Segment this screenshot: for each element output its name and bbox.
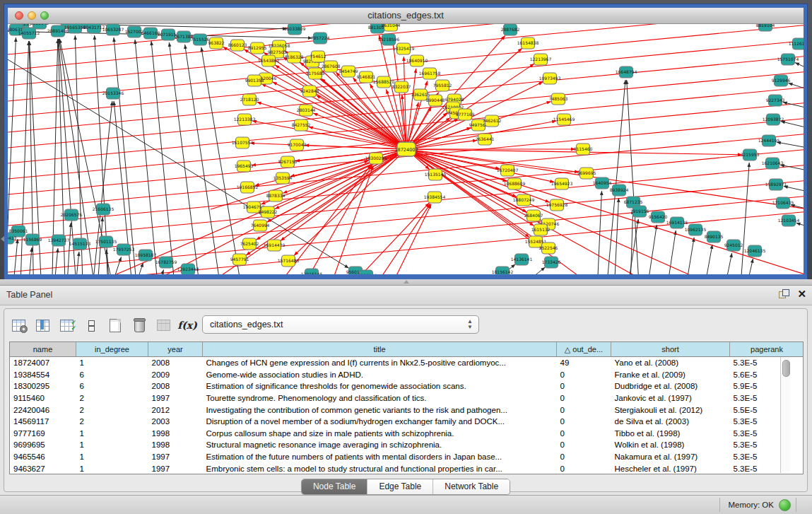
graph-node[interactable]: 13325419 (393, 43, 415, 54)
graph-node[interactable]: 10958187 (135, 250, 157, 261)
table-cell[interactable]: Disruption of a novel member of a sodium… (203, 416, 557, 428)
table-panel-titlebar[interactable]: Table Panel ✕ (0, 286, 812, 305)
graph-node[interactable]: 12046135 (744, 245, 766, 257)
table-cell[interactable]: Tourette syndrome. Phenomenology and cla… (203, 392, 557, 404)
graph-node[interactable]: 9170043 (288, 139, 307, 151)
graph-node[interactable]: 8427552 (292, 119, 311, 131)
graph-node[interactable]: 7640994 (251, 220, 270, 231)
table-cell[interactable]: Estimation of significance thresholds fo… (203, 380, 557, 392)
citation-network-graph[interactable]: 1961235856104212196359135121980631214055… (8, 24, 804, 274)
import-table-button[interactable] (155, 317, 171, 333)
table-cell[interactable]: 5.5E-5 (730, 404, 804, 416)
network-canvas[interactable]: 1961235856104212196359135121980631214055… (8, 24, 804, 274)
table-cell[interactable]: 49 (557, 357, 611, 369)
tab-edge-table[interactable]: Edge Table (367, 479, 433, 494)
table-cell[interactable]: 18724007 (10, 357, 76, 369)
table-row[interactable]: 946362711997Embryonic stem cells: a mode… (10, 462, 804, 474)
table-cell[interactable]: Nakamura et al. (1997) (611, 451, 730, 463)
table-cell[interactable]: 2012 (148, 404, 203, 416)
graph-node[interactable]: 15716485 (278, 255, 300, 267)
graph-node[interactable]: 8878334 (266, 190, 286, 201)
graph-node[interactable]: 18640910 (406, 55, 428, 66)
table-cell[interactable]: 1997 (148, 392, 203, 404)
graph-node[interactable]: 8912955 (248, 42, 267, 54)
table-row[interactable]: 969969511998Structural magnetic resonanc… (10, 439, 804, 451)
network-window[interactable]: citations_edges.txt 19612358561042121963… (4, 4, 807, 279)
column-header-title[interactable]: title (203, 342, 557, 357)
table-row[interactable]: 2242004622012Investigating the contribut… (10, 404, 804, 416)
graph-node[interactable]: 2718120 (240, 94, 259, 105)
table-cell[interactable]: Embryonic stem cells: a model to study s… (203, 462, 557, 474)
table-cell[interactable]: Tibbo et al. (1998) (611, 428, 730, 440)
table-cell[interactable]: 1 (76, 462, 148, 474)
graph-node[interactable]: 1733426 (542, 257, 561, 268)
graph-node[interactable]: 1156869 (23, 234, 42, 245)
graph-node[interactable]: 2887682 (501, 24, 520, 35)
graph-node[interactable]: 15135145 (425, 169, 447, 180)
node-table[interactable]: namein_degreeyeartitle△ out_de...shortpa… (9, 341, 804, 474)
collapse-panel-icon[interactable] (1, 236, 4, 242)
table-cell[interactable]: 6 (76, 369, 148, 381)
graph-node[interactable]: 9242848 (300, 86, 319, 97)
table-cell[interactable]: Franke et al. (2009) (611, 369, 730, 381)
table-cell[interactable]: 5.3E-5 (730, 462, 804, 474)
graph-node[interactable]: 754612 (310, 51, 326, 62)
table-cell[interactable]: Estimation of the future numbers of pati… (203, 451, 557, 463)
graph-node[interactable]: 16782759 (155, 257, 177, 268)
table-cell[interactable]: 1998 (148, 439, 203, 451)
table-cell[interactable]: 5.3E-5 (730, 451, 804, 463)
graph-node[interactable]: 7955812 (433, 80, 452, 91)
graph-node[interactable]: 14515133 (69, 238, 91, 250)
table-cell[interactable]: 1 (76, 357, 148, 369)
table-cell[interactable]: 0 (557, 369, 611, 381)
column-header-pagerank[interactable]: pagerank (730, 342, 804, 357)
table-cell[interactable]: 5.3E-5 (730, 428, 804, 440)
table-cell[interactable]: Structural magnetic resonance image aver… (203, 439, 557, 451)
graph-node[interactable]: 2636441 (476, 134, 495, 145)
table-cell[interactable]: 5.3E-5 (730, 439, 804, 451)
table-cell[interactable]: 1997 (148, 462, 203, 474)
select-all-rows-button[interactable]: ✓ ✓ (59, 317, 75, 333)
graph-node[interactable]: 2684067 (524, 210, 543, 221)
graph-node[interactable]: 12923448 (177, 264, 199, 274)
graph-node[interactable]: 15720407 (497, 165, 519, 176)
table-cell[interactable]: Investigating the contribution of common… (203, 404, 557, 416)
table-mode-button[interactable] (11, 317, 27, 333)
show-columns-button[interactable] (35, 317, 51, 333)
column-header-in-degree[interactable]: in_degree (76, 342, 148, 357)
horizontal-splitter[interactable] (0, 279, 812, 285)
column-header-year[interactable]: year (148, 342, 203, 357)
graph-node[interactable]: 15751074 (777, 54, 799, 65)
graph-node[interactable]: 9457791 (230, 254, 249, 265)
graph-node[interactable]: 16154838 (517, 37, 539, 49)
table-cell[interactable]: 2 (76, 392, 148, 404)
table-cell[interactable]: 19384554 (10, 369, 76, 381)
graph-node[interactable]: 8186328 (285, 52, 304, 63)
graph-node[interactable]: 9115460 (574, 144, 593, 155)
table-cell[interactable]: Hescheler et al. (1997) (611, 462, 730, 474)
graph-node[interactable]: 3215953 (741, 149, 760, 160)
tab-node-table[interactable]: Node Table (302, 479, 368, 494)
create-column-button[interactable] (107, 317, 123, 333)
graph-node[interactable]: 7857224 (311, 33, 330, 44)
graph-node[interactable]: 18156142 (492, 267, 514, 274)
table-cell[interactable]: Jankovic et al. (1997) (611, 392, 730, 404)
table-cell[interactable]: 9115460 (10, 392, 76, 404)
graph-node[interactable]: 12916145 (301, 269, 323, 274)
table-cell[interactable]: Changes of HCN gene expression and I(f) … (203, 357, 557, 369)
graph-node[interactable]: 2522546 (539, 243, 558, 254)
table-cell[interactable]: 2008 (148, 380, 203, 392)
table-cell[interactable]: 1 (76, 451, 148, 463)
graph-node[interactable]: 12213383 (234, 114, 256, 125)
graph-node[interactable]: 12103454 (778, 215, 800, 226)
graph-node[interactable]: 8660123 (228, 40, 247, 51)
graph-node[interactable]: 12213967 (530, 54, 552, 65)
graph-node[interactable]: 19166852 (237, 182, 259, 193)
graph-node[interactable]: 17501135 (95, 236, 117, 247)
graph-node[interactable]: 15892971 (765, 179, 787, 190)
table-row[interactable]: 1456911722003Disruption of a novel membe… (10, 416, 804, 428)
graph-node[interactable]: 16107554 (232, 137, 254, 148)
table-cell[interactable]: Yano et al. (2008) (611, 357, 730, 369)
graph-node[interactable]: 20153346 (102, 88, 124, 99)
graph-node[interactable]: 19756928 (546, 199, 568, 211)
